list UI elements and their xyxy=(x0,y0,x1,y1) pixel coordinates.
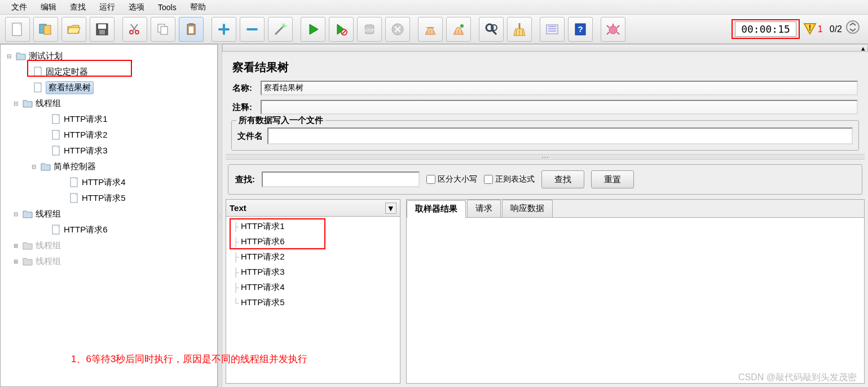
toggle-icon[interactable]: ⊟ xyxy=(30,162,38,170)
horizontal-splitter[interactable] xyxy=(226,154,865,160)
tree-view-results[interactable]: 察看结果树 xyxy=(3,80,217,95)
toggle-icon[interactable]: ⊟ xyxy=(12,99,20,107)
file-icon xyxy=(50,145,61,156)
tab-content xyxy=(407,218,864,383)
expand-collapse-icon[interactable] xyxy=(845,20,865,39)
help-button[interactable] xyxy=(568,17,593,42)
clear-all-button[interactable] xyxy=(446,17,471,42)
templates-button[interactable] xyxy=(33,17,58,42)
file-legend: 所有数据写入一个文件 xyxy=(236,115,325,126)
tree-thread-group-2[interactable]: ⊟ 线程组 xyxy=(3,206,217,222)
case-checkbox-label[interactable]: 区分大小写 xyxy=(426,174,477,184)
start-button[interactable] xyxy=(301,17,325,42)
tree-thread-group-4[interactable]: ⊞ 线程组 xyxy=(3,253,217,269)
tree-request-5[interactable]: HTTP请求5 xyxy=(3,190,217,206)
scrollbar-top[interactable]: ▴ xyxy=(222,44,868,52)
tree-request-1[interactable]: HTTP请求1 xyxy=(3,111,217,127)
open-button[interactable] xyxy=(61,17,86,42)
tree-thread-group-3[interactable]: ⊞ 线程组 xyxy=(3,238,217,253)
tree-simple-controller[interactable]: ⊟ 简单控制器 xyxy=(3,159,217,174)
new-button[interactable] xyxy=(5,17,30,42)
folder-icon xyxy=(22,208,33,219)
toggle-icon[interactable]: ⊟ xyxy=(5,52,13,60)
toggle-icon[interactable]: ⊞ xyxy=(12,241,20,249)
tree-root[interactable]: ⊟ 测试计划 xyxy=(3,48,217,64)
reset-button[interactable]: 重置 xyxy=(591,170,634,188)
folder-icon xyxy=(22,240,33,251)
comment-input[interactable] xyxy=(261,100,858,115)
copy-button[interactable] xyxy=(151,17,175,42)
details-pane: ▴ 察看结果树 名称: 注释: 所有数据写入一个文件 文件名 查找: xyxy=(222,44,868,387)
name-label: 名称: xyxy=(232,83,261,94)
folder-icon xyxy=(22,98,33,109)
warning-indicator[interactable]: 1 xyxy=(803,23,823,36)
elapsed-timer: 00:00:15 xyxy=(735,21,796,37)
debug-button[interactable] xyxy=(601,17,625,42)
file-icon xyxy=(32,66,43,77)
menu-options[interactable]: 选项 xyxy=(122,0,151,15)
folder-icon xyxy=(22,256,33,267)
regex-checkbox[interactable] xyxy=(484,175,493,184)
results-renderer-select[interactable]: Text ▾ xyxy=(226,200,400,217)
filename-label: 文件名 xyxy=(237,131,263,142)
menu-bar: 文件 编辑 查找 运行 选项 Tools 帮助 xyxy=(0,0,868,15)
cut-button[interactable] xyxy=(122,17,147,42)
tab-request[interactable]: 请求 xyxy=(467,200,501,217)
tree-request-3[interactable]: HTTP请求3 xyxy=(3,143,217,159)
search-button[interactable] xyxy=(479,17,504,42)
result-item[interactable]: ├HTTP请求6 xyxy=(231,234,400,249)
find-button[interactable]: 查找 xyxy=(541,170,584,188)
regex-checkbox-label[interactable]: 正则表达式 xyxy=(484,174,535,184)
start-no-timers-button[interactable] xyxy=(329,17,354,42)
warning-icon xyxy=(803,23,817,36)
menu-edit[interactable]: 编辑 xyxy=(34,0,63,15)
file-icon xyxy=(50,113,61,125)
save-button[interactable] xyxy=(90,17,114,42)
tree-pane: ⊟ 测试计划 固定定时器 察看结果树 ⊟ 线程组 HTTP请求1 xyxy=(0,44,218,387)
menu-file[interactable]: 文件 xyxy=(5,0,34,15)
result-item[interactable]: ├HTTP请求4 xyxy=(231,280,400,295)
toggle-icon[interactable]: ⊟ xyxy=(12,210,20,218)
menu-find[interactable]: 查找 xyxy=(63,0,92,15)
result-item[interactable]: ├HTTP请求2 xyxy=(231,249,400,265)
tree-thread-group-1[interactable]: ⊟ 线程组 xyxy=(3,95,217,111)
tree-request-4[interactable]: HTTP请求4 xyxy=(3,174,217,190)
file-fieldset: 所有数据写入一个文件 文件名 xyxy=(231,120,859,151)
function-helper-button[interactable] xyxy=(540,17,565,42)
stop-button[interactable] xyxy=(357,17,382,42)
folder-icon xyxy=(15,50,27,61)
menu-tools[interactable]: Tools xyxy=(151,1,183,14)
thread-counter: 0/2 xyxy=(830,24,842,34)
clear-button[interactable] xyxy=(418,17,443,42)
filename-input[interactable] xyxy=(267,127,853,144)
shutdown-button[interactable] xyxy=(385,17,410,42)
search-input[interactable] xyxy=(262,171,420,187)
result-item[interactable]: ├HTTP请求1 xyxy=(231,219,400,234)
case-checkbox[interactable] xyxy=(426,175,435,184)
tree-request-2[interactable]: HTTP请求2 xyxy=(3,127,217,143)
reset-search-button[interactable] xyxy=(507,17,532,42)
folder-icon xyxy=(40,161,51,172)
comment-label: 注释: xyxy=(232,102,261,113)
dropdown-icon[interactable]: ▾ xyxy=(385,203,396,214)
file-icon xyxy=(68,177,80,188)
tab-response[interactable]: 响应数据 xyxy=(502,200,553,217)
tree-request-6[interactable]: HTTP请求6 xyxy=(3,222,217,238)
search-bar: 查找: 区分大小写 正则表达式 查找 重置 xyxy=(228,164,862,195)
vertical-splitter[interactable] xyxy=(218,44,222,387)
tree-timer-node[interactable]: 固定定时器 xyxy=(3,64,217,80)
toggle-icon[interactable]: ⊞ xyxy=(12,257,20,265)
menu-run[interactable]: 运行 xyxy=(92,0,122,15)
result-item[interactable]: └HTTP请求5 xyxy=(231,295,400,310)
name-input[interactable] xyxy=(261,81,858,95)
result-item[interactable]: ├HTTP请求3 xyxy=(231,265,400,280)
toggle-button[interactable] xyxy=(268,17,293,42)
menu-help[interactable]: 帮助 xyxy=(183,0,213,15)
paste-button[interactable] xyxy=(179,17,204,42)
annotation-text: 1、6等待3秒后同时执行，原因是不同的线程组并发执行 xyxy=(71,353,307,366)
expand-button[interactable] xyxy=(212,17,236,42)
collapse-button[interactable] xyxy=(240,17,265,42)
tab-sampler-result[interactable]: 取样器结果 xyxy=(407,200,466,218)
file-icon xyxy=(68,192,80,204)
timer-annotation-box: 00:00:15 xyxy=(732,19,800,39)
